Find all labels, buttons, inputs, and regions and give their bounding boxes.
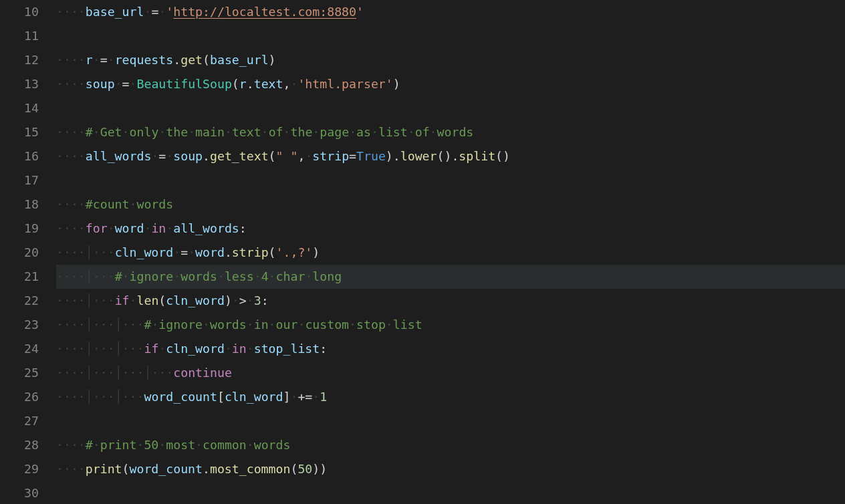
- token-punc: )): [312, 462, 327, 476]
- line-number: 27: [0, 409, 39, 433]
- whitespace-dot: ·: [64, 462, 71, 476]
- whitespace-dot: ·: [71, 269, 78, 283]
- code-line[interactable]: ····all_words·=·soup.get_text(" ",·strip…: [56, 144, 845, 168]
- line-number: 20: [0, 241, 39, 265]
- token-fn: strip: [232, 245, 269, 259]
- token-kw: for: [86, 221, 108, 235]
- code-line[interactable]: ····#·Get·only·the·main·text·of·the·page…: [56, 120, 845, 144]
- whitespace-dot: ·: [64, 438, 71, 452]
- token-num: 3: [254, 293, 261, 307]
- code-line[interactable]: ····│···if·len(cln_word)·>·3:: [56, 289, 845, 313]
- token-punc: ): [386, 149, 393, 163]
- whitespace-dot: ·: [130, 390, 137, 404]
- token-kw: continue: [173, 366, 232, 380]
- code-line[interactable]: ····base_url·=·'http://localtest.com:888…: [56, 0, 845, 24]
- token-str: ': [166, 5, 173, 19]
- whitespace-dot: ·: [78, 149, 86, 163]
- token-ws: ·: [312, 390, 320, 404]
- token-str: 'html.parser': [297, 77, 392, 91]
- whitespace-dot: ·: [71, 5, 78, 19]
- code-line[interactable]: ····│···cln_word·=·word.strip('.,?'): [56, 241, 845, 265]
- whitespace-dot: ·: [71, 462, 78, 476]
- whitespace-dot: ·: [108, 318, 115, 332]
- whitespace-dot: ·: [122, 390, 130, 404]
- code-line[interactable]: [56, 481, 845, 504]
- whitespace-dot: ·: [78, 318, 86, 332]
- code-line[interactable]: [56, 409, 845, 433]
- code-area[interactable]: ····base_url·=·'http://localtest.com:888…: [51, 0, 845, 504]
- whitespace-dot: ·: [78, 269, 86, 283]
- token-op: >: [239, 293, 247, 307]
- whitespace-dot: ·: [122, 318, 130, 332]
- whitespace-dot: ·: [71, 438, 78, 452]
- token-ws: ·: [305, 149, 312, 163]
- token-punc: .: [393, 149, 400, 163]
- indent-guide: │: [144, 366, 151, 380]
- token-var: word: [195, 245, 225, 259]
- whitespace-dot: ·: [64, 53, 71, 67]
- code-line[interactable]: [56, 168, 845, 193]
- token-ws: ·: [247, 293, 254, 307]
- whitespace-dot: ·: [71, 342, 78, 356]
- token-punc: (): [495, 149, 510, 163]
- whitespace-dot: ·: [100, 318, 108, 332]
- token-punc: :: [239, 221, 247, 235]
- line-number: 26: [0, 385, 39, 409]
- whitespace-dot: ·: [56, 125, 64, 139]
- whitespace-dot: ·: [108, 366, 115, 380]
- whitespace-dot: ·: [71, 390, 78, 404]
- token-cmt: #·Get·only·the·main·text·of·the·page·as·…: [86, 125, 474, 139]
- whitespace-dot: ·: [78, 293, 86, 307]
- token-punc: (: [122, 462, 130, 476]
- token-ws: ·: [166, 149, 173, 163]
- token-punc: :: [261, 293, 269, 307]
- token-cmt: #·ignore·words·less·4·char·long: [115, 269, 342, 283]
- token-ws: ·: [188, 245, 195, 259]
- code-line[interactable]: ····│···│···│···continue: [56, 361, 845, 385]
- code-line[interactable]: [56, 96, 845, 120]
- token-kw: if: [144, 342, 158, 356]
- whitespace-dot: ·: [100, 366, 108, 380]
- token-punc: (: [290, 462, 297, 476]
- whitespace-dot: ·: [108, 269, 115, 283]
- line-number-gutter: 1011121314151617181920212223242526272829…: [0, 0, 51, 504]
- token-op: =: [180, 245, 188, 259]
- whitespace-dot: ·: [56, 318, 64, 332]
- whitespace-dot: ·: [71, 149, 78, 163]
- code-line[interactable]: ····│···│···word_count[cln_word]·+=·1: [56, 385, 845, 409]
- whitespace-dot: ·: [56, 438, 64, 452]
- code-line[interactable]: ····#count·words: [56, 193, 845, 217]
- code-line[interactable]: ····#·print·50·most·common·words: [56, 433, 845, 457]
- code-line[interactable]: ····│···│···#·ignore·words·in·our·custom…: [56, 313, 845, 337]
- whitespace-dot: ·: [78, 125, 86, 139]
- token-op: +=: [297, 390, 312, 404]
- whitespace-dot: ·: [136, 366, 144, 380]
- token-ws: ·: [130, 293, 137, 307]
- whitespace-dot: ·: [78, 221, 86, 235]
- code-line[interactable]: ····soup·=·BeautifulSoup(r.text,·'html.p…: [56, 72, 845, 96]
- whitespace-dot: ·: [78, 366, 86, 380]
- whitespace-dot: ·: [78, 77, 86, 91]
- indent-guide: │: [86, 342, 93, 356]
- token-ws: ·: [130, 77, 137, 91]
- whitespace-dot: ·: [71, 221, 78, 235]
- whitespace-dot: ·: [100, 390, 108, 404]
- code-line[interactable]: ····for·word·in·all_words:: [56, 217, 845, 241]
- whitespace-dot: ·: [78, 245, 86, 259]
- code-line[interactable]: ····│···│···if·cln_word·in·stop_list:: [56, 337, 845, 361]
- token-var: word: [115, 221, 144, 235]
- line-number: 30: [0, 481, 39, 504]
- whitespace-dot: ·: [64, 318, 71, 332]
- whitespace-dot: ·: [56, 197, 64, 211]
- whitespace-dot: ·: [108, 342, 115, 356]
- code-line[interactable]: ····print(word_count.most_common(50)): [56, 457, 845, 481]
- token-ws: ·: [115, 77, 122, 91]
- code-line[interactable]: [56, 24, 845, 48]
- whitespace-dot: ·: [78, 5, 86, 19]
- indent-guide: │: [115, 318, 122, 332]
- code-line[interactable]: ····│···#·ignore·words·less·4·char·long: [56, 265, 845, 289]
- code-line[interactable]: ····r·=·requests.get(base_url): [56, 48, 845, 72]
- whitespace-dot: ·: [130, 318, 137, 332]
- code-editor[interactable]: 1011121314151617181920212223242526272829…: [0, 0, 845, 504]
- token-punc: ,: [297, 149, 305, 163]
